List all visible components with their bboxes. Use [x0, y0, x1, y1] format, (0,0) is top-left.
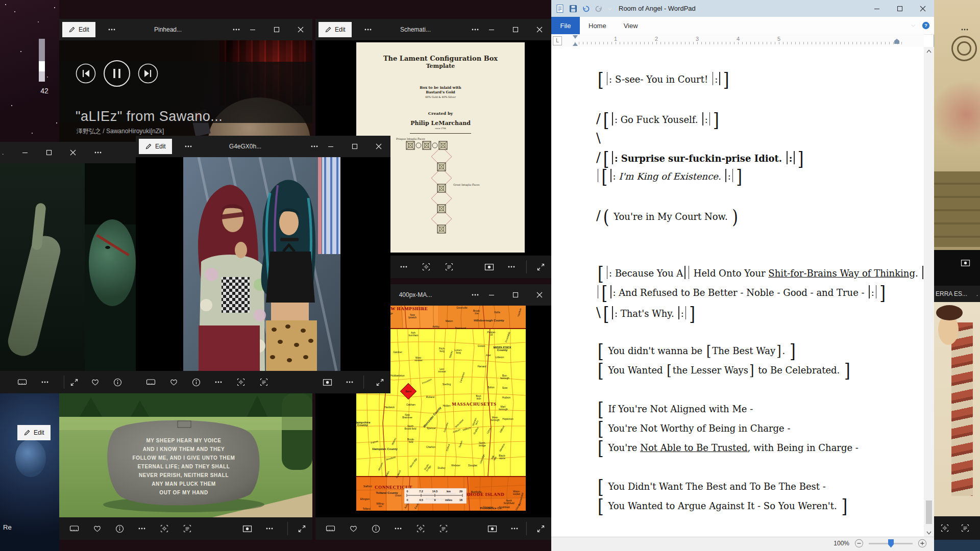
tab-stop-selector[interactable]: L [553, 36, 562, 45]
info-icon[interactable] [113, 378, 122, 387]
undo-icon[interactable] [582, 5, 590, 13]
see-more-icon[interactable] [471, 19, 479, 40]
zoom-slider[interactable] [869, 543, 913, 544]
heart-icon[interactable] [169, 378, 178, 386]
close-icon[interactable] [527, 19, 551, 40]
tab-home[interactable]: Home [580, 17, 615, 34]
text-select-icon[interactable] [259, 378, 268, 387]
minimize-icon[interactable] [479, 19, 503, 40]
indent-marker-left[interactable] [573, 35, 578, 41]
close-icon[interactable] [527, 284, 551, 306]
edit-button[interactable]: Edit [318, 22, 352, 37]
maximize-icon[interactable] [342, 136, 366, 157]
filmstrip-icon[interactable] [69, 524, 79, 533]
text-select-icon[interactable] [439, 524, 448, 533]
filmstrip-icon[interactable] [326, 524, 335, 533]
ocr-scan-icon[interactable] [416, 524, 425, 533]
tab-view[interactable]: View [615, 17, 647, 34]
edit-button-label: Edit [79, 26, 89, 33]
close-icon[interactable] [61, 142, 85, 163]
see-more-icon[interactable] [394, 524, 402, 533]
minimize-icon[interactable] [865, 0, 888, 17]
enlarge-icon[interactable] [536, 524, 545, 533]
enlarge-icon[interactable] [376, 378, 384, 387]
heart-icon[interactable] [349, 524, 358, 533]
info-icon[interactable] [192, 378, 201, 387]
svg-text:Hudson: Hudson [502, 396, 511, 399]
zoom-fit-icon[interactable] [484, 263, 494, 271]
text-select-icon[interactable] [183, 524, 192, 533]
enlarge-icon[interactable] [298, 524, 306, 533]
minimize-icon[interactable] [479, 284, 503, 306]
document-area[interactable]: [: S-see- You in Court! :]/[: Go Fuck Yo… [551, 47, 924, 537]
vertical-scrollbar[interactable] [924, 47, 934, 537]
see-more-icon[interactable] [138, 524, 146, 533]
text-select-icon[interactable] [445, 262, 454, 271]
see-more-icon[interactable] [310, 136, 318, 157]
maximize-icon[interactable] [503, 19, 527, 40]
see-more-icon[interactable] [265, 524, 274, 533]
close-icon[interactable] [366, 136, 390, 157]
enlarge-icon[interactable] [70, 378, 79, 387]
zoom-fit-icon[interactable] [323, 379, 332, 386]
maximize-icon[interactable] [37, 142, 61, 163]
maximize-icon[interactable] [888, 0, 911, 17]
info-icon[interactable] [115, 524, 124, 533]
heart-icon[interactable] [91, 378, 100, 386]
maximize-icon[interactable] [264, 19, 288, 40]
filmstrip-icon[interactable] [146, 378, 156, 386]
minimize-icon[interactable] [318, 136, 342, 157]
text-select-icon[interactable] [961, 523, 970, 533]
redo-icon[interactable] [595, 5, 603, 13]
see-more-icon[interactable] [346, 378, 354, 386]
next-track-icon[interactable] [138, 63, 158, 84]
ocr-scan-icon[interactable] [940, 523, 949, 533]
help-icon[interactable]: ? [922, 21, 930, 30]
ocr-scan-icon[interactable] [236, 378, 246, 387]
document-line: \[: That's Why. :] [596, 303, 924, 322]
see-more-icon[interactable] [232, 19, 240, 40]
see-more-icon[interactable] [94, 148, 102, 157]
minimize-icon[interactable] [13, 142, 37, 163]
edit-button[interactable]: Edit [139, 139, 172, 154]
see-more-icon[interactable] [41, 378, 49, 386]
zoom-out-icon[interactable] [854, 539, 864, 548]
see-more-icon[interactable] [961, 26, 969, 34]
volume-slider[interactable] [39, 39, 45, 82]
minimize-icon[interactable] [240, 19, 264, 40]
see-more-icon[interactable] [400, 263, 408, 271]
zoom-in-icon[interactable] [918, 539, 927, 548]
edit-pencil-icon [325, 26, 332, 33]
close-icon[interactable] [288, 19, 312, 40]
chevron-down-icon[interactable] [607, 7, 612, 11]
tab-file[interactable]: File [551, 17, 580, 34]
save-icon[interactable] [569, 5, 577, 13]
heart-icon[interactable] [93, 524, 102, 533]
see-more-icon[interactable] [510, 524, 519, 533]
close-icon[interactable] [911, 0, 934, 17]
info-icon[interactable] [372, 524, 380, 533]
zoom-fit-icon[interactable] [242, 525, 252, 533]
scroll-down-icon[interactable] [924, 531, 934, 535]
scroll-up-icon[interactable] [924, 49, 934, 53]
see-more-icon[interactable] [214, 378, 223, 386]
zoom-fit-icon[interactable] [487, 525, 497, 533]
see-more-icon[interactable] [471, 284, 479, 306]
filmstrip-icon[interactable] [17, 378, 27, 386]
indent-marker-right[interactable] [894, 39, 899, 44]
ocr-scan-icon[interactable] [160, 524, 169, 533]
edit-button[interactable]: Edit [17, 425, 51, 440]
chevron-down-icon[interactable] [911, 23, 916, 28]
scrollbar-thumb[interactable] [926, 500, 932, 524]
zoom-fit-icon[interactable] [961, 259, 970, 267]
edit-button[interactable]: Edit [62, 22, 95, 37]
enlarge-icon[interactable] [536, 263, 545, 271]
previous-track-icon[interactable] [76, 63, 96, 84]
pause-icon[interactable] [103, 60, 131, 87]
ruler[interactable]: L 12345 [551, 34, 924, 47]
zoom-slider-thumb[interactable] [888, 539, 894, 548]
wordpad-app-icon[interactable] [555, 4, 565, 13]
maximize-icon[interactable] [503, 284, 527, 306]
see-more-icon[interactable] [507, 263, 516, 271]
ocr-scan-icon[interactable] [422, 262, 431, 271]
